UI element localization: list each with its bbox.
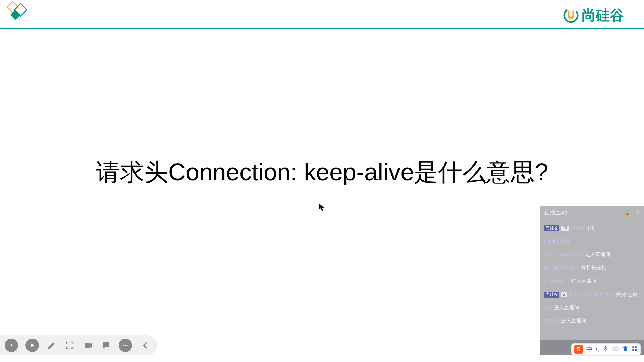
chat-message: 尚硅谷5有的肉有肉有的有的保持连接! (543, 288, 641, 301)
svg-point-6 (126, 345, 127, 346)
gear-icon[interactable]: ⚙ (635, 209, 640, 216)
deco-diamonds-icon (3, 1, 33, 23)
chat-message: T炫进入直播间 (543, 301, 641, 314)
svg-rect-7 (613, 347, 618, 350)
keyboard-icon[interactable] (612, 346, 619, 353)
svg-rect-15 (632, 349, 634, 351)
chat-message: 驱动版那茶的诗保持长连接 (543, 261, 641, 275)
svg-rect-9 (615, 348, 615, 348)
chat-message: 尚硅谷10逆袭派[花] (543, 221, 641, 235)
ime-punct-toggle[interactable]: •, (596, 346, 599, 353)
cursor-icon (319, 203, 325, 214)
brand-text: 尚硅谷 (582, 6, 624, 25)
lock-icon[interactable]: 🔒 (624, 209, 631, 216)
chat-message-list[interactable]: 尚硅谷10逆袭派[花]Devil｜魔鬼1f32011396B3_blk进入直播间… (540, 219, 644, 340)
slide-question-text: 请求头Connection: keep-alive是什么意思? (96, 156, 548, 188)
chat-message: 龙跃雾进入直播间 (543, 314, 641, 327)
svg-point-3 (563, 7, 579, 23)
grid-icon[interactable] (632, 346, 638, 353)
chat-icon[interactable] (101, 340, 111, 351)
brand-area: 尚硅谷 (563, 6, 624, 25)
ime-lang-toggle[interactable]: 中 (586, 345, 592, 353)
chat-title: 直播互动 (544, 208, 567, 216)
ime-logo-icon[interactable]: S (574, 345, 583, 354)
svg-rect-16 (635, 349, 637, 351)
chat-message: 何塘钧安…进入直播间 (543, 274, 641, 288)
more-button[interactable] (119, 339, 132, 352)
svg-rect-13 (632, 346, 634, 348)
pen-icon[interactable] (46, 340, 57, 351)
svg-rect-11 (617, 348, 618, 348)
collapse-icon[interactable] (140, 340, 150, 351)
slide-header: 尚硅谷 (0, 0, 644, 29)
skin-icon[interactable] (622, 346, 628, 353)
presentation-toolbar (0, 335, 157, 355)
chat-message: Devil｜魔鬼1 (543, 235, 641, 248)
svg-rect-8 (614, 348, 614, 348)
camera-icon[interactable] (83, 340, 93, 351)
brand-u-icon (563, 7, 579, 23)
svg-rect-14 (635, 346, 637, 348)
focus-icon[interactable] (64, 340, 75, 351)
svg-rect-10 (616, 348, 616, 348)
chat-message: f32011396B3_blk进入直播间 (543, 248, 641, 261)
ime-toolbar: S 中 •, (571, 343, 641, 355)
svg-point-5 (125, 345, 126, 346)
svg-rect-12 (614, 349, 617, 349)
chat-header: 直播互动 🔒 ⚙ (540, 206, 644, 219)
live-chat-panel: 直播互动 🔒 ⚙ 尚硅谷10逆袭派[花]Devil｜魔鬼1f32011396B3… (540, 206, 644, 355)
mic-icon[interactable] (603, 346, 609, 353)
play-button[interactable] (25, 339, 39, 352)
svg-point-4 (123, 345, 124, 346)
prev-button[interactable] (5, 339, 18, 352)
